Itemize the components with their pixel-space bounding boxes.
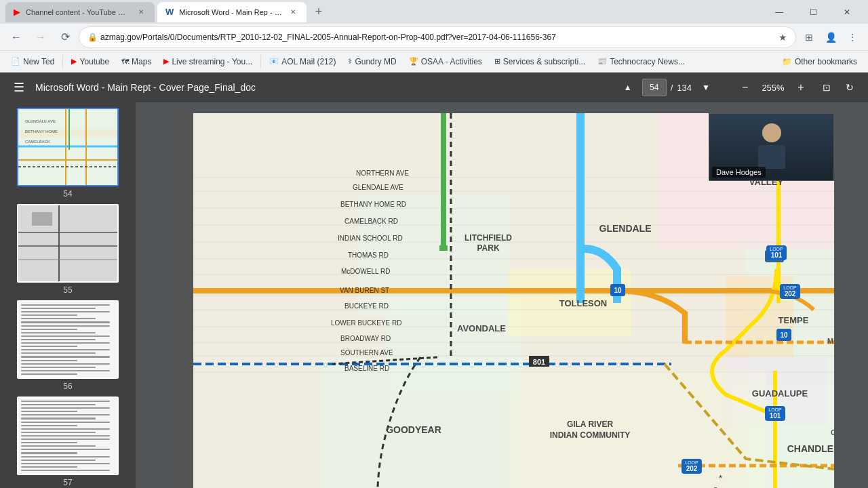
osaa-icon: 🏆 <box>409 57 418 66</box>
svg-text:101: 101 <box>771 251 783 259</box>
video-overlay[interactable]: Dave Hodges <box>709 113 834 181</box>
thumb-number-55: 55 <box>63 285 72 295</box>
text-line <box>21 439 110 440</box>
bookmark-osaa[interactable]: 🏆 OSAA - Activities <box>403 53 488 70</box>
thumbnail-55[interactable]: 55 <box>17 204 119 295</box>
thumb-frame-57 <box>17 396 119 475</box>
thumb-number-56: 56 <box>63 382 72 391</box>
bookmark-live-streaming[interactable]: ▶ Live streaming - You... <box>158 53 258 70</box>
svg-text:NORTHERN AVE: NORTHERN AVE <box>356 169 409 177</box>
svg-text:McDOWELL RD: McDOWELL RD <box>341 268 390 275</box>
svg-rect-46 <box>439 245 448 251</box>
text-line <box>21 449 110 450</box>
svg-text:CAMELBACK: CAMELBACK <box>25 140 50 144</box>
svg-text:801: 801 <box>533 358 545 366</box>
text-line <box>21 466 77 468</box>
svg-text:BASELINE RD: BASELINE RD <box>344 365 389 372</box>
text-line <box>21 452 77 453</box>
thumbnail-54[interactable]: GLENDALE AVE BETHANY HOME CAMELBACK 54 <box>17 108 119 199</box>
close-button[interactable]: ✕ <box>831 2 863 22</box>
svg-text:10: 10 <box>780 331 788 339</box>
svg-text:PARK: PARK <box>477 243 499 253</box>
forward-button[interactable]: → <box>30 26 52 48</box>
pdf-content[interactable]: Dave Hodges <box>136 102 868 488</box>
window-controls: — ☐ ✕ <box>764 2 863 22</box>
thumb-frame-54: GLENDALE AVE BETHANY HOME CAMELBACK <box>17 108 119 186</box>
bookmark-services[interactable]: ⊞ Services & subscripti... <box>489 53 591 70</box>
tab-youtube[interactable]: ▶ Channel content - YouTube Stu... ✕ <box>5 2 155 22</box>
profile-icon[interactable]: 👤 <box>821 27 841 47</box>
svg-text:GLENDALE AVE: GLENDALE AVE <box>25 119 56 123</box>
new-tab-button[interactable]: + <box>309 3 328 22</box>
person-body <box>758 145 785 169</box>
svg-text:TEMPE: TEMPE <box>778 315 809 325</box>
text-line <box>21 314 77 316</box>
maximize-button[interactable]: ☐ <box>797 2 829 22</box>
text-line <box>21 401 110 402</box>
prev-page-button[interactable]: ▲ <box>618 77 638 98</box>
text-line <box>21 311 110 312</box>
text-line <box>21 435 110 436</box>
other-bookmarks[interactable]: 📁 Other bookmarks <box>776 53 863 70</box>
bookmarks-folder-icon: 📁 <box>782 57 792 66</box>
fit-page-button[interactable]: ⊡ <box>816 77 837 98</box>
text-line <box>21 428 110 430</box>
extensions-icon[interactable]: ⊞ <box>799 27 819 47</box>
text-line <box>21 321 110 323</box>
svg-text:101: 101 <box>770 412 781 420</box>
text-line <box>21 373 77 375</box>
svg-text:BROADWAY RD: BROADWAY RD <box>340 335 391 342</box>
sidebar-thumbnails: GLENDALE AVE BETHANY HOME CAMELBACK 54 <box>0 102 136 488</box>
text-line <box>21 308 96 309</box>
bookmark-new-ted[interactable]: 📄 New Ted <box>5 53 60 70</box>
aol-label: AOL Mail (212) <box>281 57 336 66</box>
zoom-in-button[interactable]: + <box>791 77 811 98</box>
thumb-map-55 <box>18 205 119 283</box>
person-silhouette <box>751 123 792 171</box>
address-bar[interactable]: 🔒 azmag.gov/Portals/0/Documents/RTP_2010… <box>79 26 796 48</box>
page-number-input[interactable] <box>642 79 667 96</box>
total-pages: 134 <box>677 83 692 93</box>
word-tab-close[interactable]: ✕ <box>288 7 298 18</box>
svg-text:GLENDALE AVE: GLENDALE AVE <box>353 184 403 191</box>
stream-icon: ▶ <box>163 57 169 66</box>
bookmark-aol[interactable]: 📧 AOL Mail (212) <box>264 53 341 70</box>
thumbnail-57[interactable]: 57 <box>17 396 119 487</box>
bookmark-youtube[interactable]: ▶ Youtube <box>66 53 115 70</box>
bookmark-technocracy[interactable]: 📰 Technocracy News... <box>592 53 690 70</box>
back-button[interactable]: ← <box>5 26 27 48</box>
svg-rect-22 <box>319 357 522 488</box>
youtube-tab-close[interactable]: ✕ <box>136 7 146 18</box>
thumb-text-56 <box>18 302 117 378</box>
rotate-button[interactable]: ↻ <box>840 77 860 98</box>
svg-text:CAMELBACK RD: CAMELBACK RD <box>344 218 398 225</box>
bookmark-separator-2 <box>260 55 261 68</box>
svg-text:LITCHFIELD: LITCHFIELD <box>465 233 512 243</box>
thumb-frame-56 <box>17 300 119 379</box>
svg-text:VAN BUREN ST: VAN BUREN ST <box>340 287 389 294</box>
technocracy-label: Technocracy News... <box>610 57 685 66</box>
text-line <box>21 442 77 443</box>
zoom-out-button[interactable]: − <box>735 77 755 98</box>
tab-word[interactable]: W Microsoft Word - Main Rep - C... ✕ <box>157 2 307 22</box>
pdf-title: Microsoft Word - Main Rept - Cover Page_… <box>35 82 612 93</box>
text-line <box>21 336 110 337</box>
svg-text:LOOP: LOOP <box>783 285 797 290</box>
bookmark-maps[interactable]: 🗺 Maps <box>116 53 157 70</box>
text-line <box>21 414 110 415</box>
thumbnail-56[interactable]: 56 <box>17 300 119 391</box>
menu-icon[interactable]: ⋮ <box>842 27 863 47</box>
text-line <box>21 456 110 458</box>
maps-label: Maps <box>132 57 151 66</box>
reload-button[interactable]: ⟳ <box>54 26 76 48</box>
text-line <box>21 460 96 461</box>
thumb-number-54: 54 <box>63 189 72 199</box>
text-line <box>21 332 96 333</box>
svg-text:LOOP: LOOP <box>768 407 782 412</box>
next-page-button[interactable]: ▼ <box>696 77 716 98</box>
pdf-menu-button[interactable]: ☰ <box>8 77 30 98</box>
bookmark-gundry[interactable]: ⚕ Gundry MD <box>342 53 401 70</box>
minimize-button[interactable]: — <box>764 2 795 22</box>
svg-text:*: * <box>719 473 722 483</box>
text-line <box>21 404 96 405</box>
